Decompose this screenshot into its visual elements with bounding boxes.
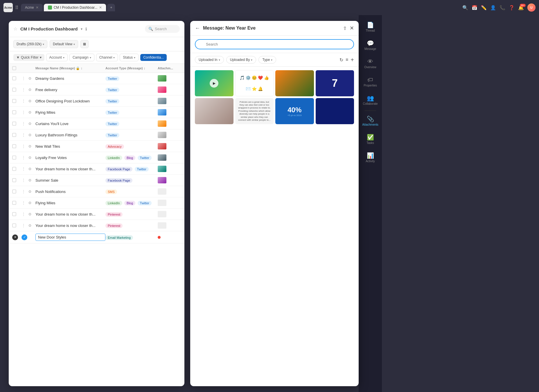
play-button[interactable]: ▶ <box>210 79 218 88</box>
notification-badge[interactable]: 🔔 99+ <box>518 5 524 10</box>
message-name[interactable]: Summer Sale <box>35 178 105 183</box>
attachment-thumb[interactable] <box>158 177 166 183</box>
uploaded-in-filter[interactable]: Uploaded In ▾ <box>195 56 224 64</box>
message-name[interactable]: Flying Miles <box>35 201 105 205</box>
row-checkbox[interactable] <box>12 178 16 182</box>
row-menu[interactable]: ⋮ <box>21 167 28 171</box>
phone-nav-icon[interactable]: 📞 <box>500 5 505 10</box>
uploaded-by-filter[interactable]: Uploaded By ▾ <box>226 56 256 64</box>
browser-tab-dashboard[interactable]: CM I Production Dashboar... ✕ <box>44 4 106 11</box>
confirm-new-row-btn[interactable]: ✓ <box>21 234 27 240</box>
attachment-image[interactable]: 7 <box>316 70 354 96</box>
browser-apps-icon[interactable]: ⠿ <box>15 5 19 10</box>
select-all-checkbox[interactable] <box>12 66 16 70</box>
message-name[interactable]: Dreamy Gardens <box>35 76 105 81</box>
share-icon[interactable]: ⇧ <box>343 26 347 31</box>
add-tab-button[interactable]: + <box>107 4 115 11</box>
message-name-header[interactable]: Message Name (Message) 🔒 ↕ <box>35 66 105 70</box>
attachment-thumb[interactable] <box>158 166 166 172</box>
sidebar-item-message[interactable]: 💬 Message <box>359 36 382 55</box>
sort-btn[interactable]: ≡ <box>346 57 348 62</box>
type-filter[interactable]: Type ▾ <box>258 56 276 64</box>
sidebar-item-collaborate[interactable]: 👥 Collaborate <box>359 91 382 109</box>
row-menu[interactable]: ⋮ <box>21 200 28 205</box>
help-nav-icon[interactable]: ❓ <box>509 5 515 10</box>
row-menu[interactable]: ⋮ <box>21 87 28 92</box>
message-name[interactable]: Luxury Bathroom Fittings <box>35 133 105 137</box>
message-name[interactable]: Flying Miles <box>35 110 105 115</box>
attachment-thumb[interactable] <box>158 98 166 104</box>
sidebar-item-properties[interactable]: 🏷 Properties <box>359 73 382 91</box>
row-menu[interactable]: ⋮ <box>21 223 28 228</box>
attachment-thumb[interactable] <box>158 120 166 127</box>
row-menu[interactable]: ⋮ <box>21 133 28 137</box>
sidebar-item-thread[interactable]: 📄 Thread <box>359 18 382 36</box>
acme-tab-close[interactable]: ✕ <box>36 6 39 10</box>
cancel-new-row-btn[interactable]: ✕ <box>12 234 18 240</box>
message-name[interactable]: Push Notifications <box>35 189 105 194</box>
drafts-dropdown[interactable]: Drafts (269.02k) ▾ <box>13 40 47 48</box>
row-checkbox[interactable] <box>12 223 16 227</box>
row-menu[interactable]: ⋮ <box>21 76 28 81</box>
new-message-name-input[interactable] <box>35 234 105 241</box>
confidential-filter[interactable]: Confidentia... <box>140 54 167 61</box>
account-filter[interactable]: Account ▾ <box>46 54 68 61</box>
attachment-image[interactable] <box>275 70 314 96</box>
status-filter[interactable]: Status ▾ <box>120 54 139 61</box>
attachment-image[interactable]: 🎵 ⚙️ 😊 ❤️ 👍 ✉️ ⭐ 🔔 <box>235 70 274 96</box>
row-menu[interactable]: ⋮ <box>21 155 28 160</box>
calendar-nav-icon[interactable]: 📅 <box>472 5 477 10</box>
attachment-thumb[interactable] <box>158 143 166 149</box>
attachment-thumb[interactable] <box>158 86 166 93</box>
attachment-image[interactable] <box>316 98 354 124</box>
user-avatar[interactable]: U <box>527 3 536 12</box>
row-checkbox[interactable] <box>12 201 16 205</box>
message-name[interactable]: Your dream home is now closer th... <box>35 223 105 228</box>
user-nav-icon[interactable]: 👤 <box>490 5 496 10</box>
row-checkbox[interactable] <box>12 167 16 171</box>
row-menu[interactable]: ⋮ <box>21 212 28 216</box>
row-menu[interactable]: ⋮ <box>21 178 28 183</box>
row-checkbox[interactable] <box>12 156 16 160</box>
message-name[interactable]: Free delivery <box>35 88 105 92</box>
default-view-dropdown[interactable]: Default View ▾ <box>50 40 78 48</box>
attachment-thumb[interactable] <box>158 132 166 138</box>
row-checkbox[interactable] <box>12 110 16 114</box>
quick-filter-btn[interactable]: ▼ Quick Filter ▾ <box>13 54 44 61</box>
attachments-header[interactable]: Attachm... <box>158 66 181 70</box>
row-checkbox[interactable] <box>12 99 16 103</box>
grid-view-btn[interactable]: ⊞ <box>80 40 89 48</box>
channel-filter[interactable]: Channel ▾ <box>96 54 118 61</box>
message-name[interactable]: Loyalty Free Votes <box>35 156 105 160</box>
add-attachment-btn[interactable]: + <box>351 57 354 63</box>
star-icon[interactable]: ☆ <box>13 26 17 32</box>
refresh-btn[interactable]: ↻ <box>339 57 343 63</box>
row-checkbox[interactable] <box>12 76 16 80</box>
row-checkbox[interactable] <box>12 133 16 137</box>
attachment-thumb[interactable] <box>158 188 166 195</box>
sidebar-item-attachments[interactable]: 📎 Attachments <box>359 112 382 130</box>
message-name[interactable]: Your dream home is now closer th... <box>35 167 105 171</box>
dialog-back-btn[interactable]: ← <box>195 25 200 31</box>
row-menu[interactable]: ⋮ <box>21 144 28 149</box>
account-type-header[interactable]: Account Type (Message) ↕ <box>105 66 158 70</box>
row-menu[interactable]: ⋮ <box>21 121 28 126</box>
attachment-image[interactable]: Policies are a great idea, but they can … <box>235 98 274 124</box>
sort-icon[interactable]: ↕ <box>81 66 82 70</box>
row-checkbox[interactable] <box>12 122 16 126</box>
title-chevron-icon[interactable]: ▾ <box>81 27 82 31</box>
sidebar-item-activity[interactable]: 📊 Activity <box>359 149 382 167</box>
attachment-thumb[interactable] <box>158 75 166 82</box>
row-menu[interactable]: ⋮ <box>21 189 28 194</box>
header-search[interactable]: 🔍 Search <box>145 25 180 33</box>
info-icon[interactable]: ℹ <box>85 27 87 31</box>
dialog-search-input[interactable] <box>195 39 354 49</box>
campaign-filter[interactable]: Campaign ▾ <box>69 54 94 61</box>
pencil-nav-icon[interactable]: ✏️ <box>481 5 487 10</box>
message-name[interactable]: Curtains You'll Love <box>35 122 105 126</box>
row-menu[interactable]: ⋮ <box>21 99 28 103</box>
attachment-thumb[interactable] <box>158 200 166 206</box>
message-name[interactable]: New Wall Tiles <box>35 144 105 149</box>
attachment-image[interactable] <box>195 98 233 124</box>
attachment-thumb[interactable] <box>158 211 166 217</box>
